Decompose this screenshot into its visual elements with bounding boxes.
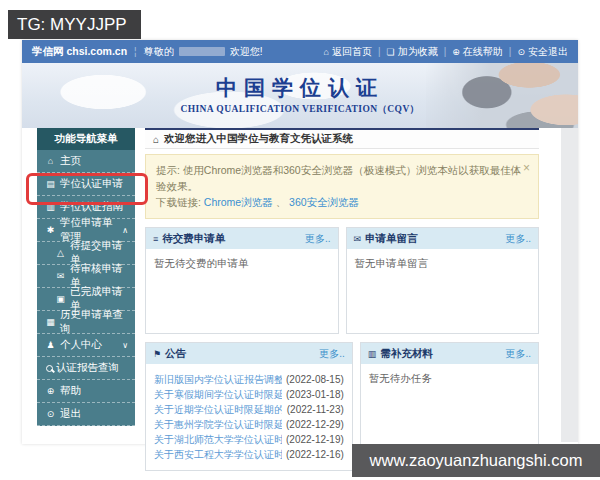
sidebar-item-label: 认证报告查询	[56, 361, 119, 375]
panel-title: ⚑ 公告	[153, 347, 186, 361]
panel-title-text: 公告	[165, 347, 186, 361]
person-icon: ♟	[44, 340, 57, 350]
panel-body: 暂无申请单留言	[347, 249, 539, 333]
sidebar-item-history-query[interactable]: ▦ 历史申请单查询	[37, 311, 135, 334]
topbar-divider: ¦	[134, 46, 137, 57]
empty-message: 暂无待交费的申请单	[154, 257, 249, 269]
announcement-row: 关于西安工程大学学位认证时限延 (2022-12-16)	[154, 447, 344, 462]
announcement-row: 新旧版国内学位认证报告调整说明 (2022-08-15)	[154, 372, 344, 387]
notice-label: 提示:	[156, 164, 180, 176]
announcement-row: 关于惠州学院学位认证时限延期的 (2022-12-29)	[154, 417, 344, 432]
more-link[interactable]: 更多..	[305, 232, 331, 246]
more-link[interactable]: 更多..	[505, 232, 531, 246]
home-icon: ⌂	[44, 156, 57, 166]
home-link[interactable]: ⌂ 返回首页	[324, 45, 372, 59]
home-icon: ⌂	[153, 134, 159, 145]
panel-pending-payment: ≡ 待交费申请单 更多.. 暂无待交费的申请单	[145, 227, 339, 334]
list-icon: ≡	[153, 234, 158, 244]
site-logo[interactable]: 学信网 chsi.com.cn	[32, 45, 127, 59]
archive-icon: ▦	[44, 317, 57, 327]
close-icon[interactable]: ×	[523, 160, 530, 176]
warning-triangle-icon: △	[54, 248, 67, 258]
banner-titles: 中国学位认证 CHINA QUALIFICATION VERIFICATION（…	[22, 63, 578, 116]
topbar-separator: |	[509, 46, 512, 57]
announcement-link[interactable]: 关于寒假期间学位认证时限延期的	[154, 387, 282, 402]
materials-icon: ▥	[368, 349, 377, 359]
tg-watermark: TG: MYYJJPP	[8, 10, 141, 39]
browser-notice: × 提示: 使用Chrome浏览器和360安全浏览器（极速模式）浏览本站以获取最…	[145, 154, 539, 219]
announcement-row: 关于近期学位认证时限延期的公告 (2022-11-23)	[154, 402, 344, 417]
sidebar-item-personal-center[interactable]: ♟ 个人中心 ∨	[37, 334, 135, 357]
announcement-link[interactable]: 关于近期学位认证时限延期的公告	[154, 402, 282, 417]
topbar-separator: |	[378, 46, 381, 57]
logout-link-label: 安全退出	[528, 45, 568, 59]
help-icon: ⊕	[44, 386, 57, 396]
site-watermark: www.zaoyuanzhuangshi.com	[352, 444, 600, 477]
announcement-date: (2022-12-29)	[286, 417, 344, 432]
sidebar-item-label: 主页	[60, 154, 81, 168]
main-content: ⌂ 欢迎您进入中国学位与教育文凭认证系统 × 提示: 使用Chrome浏览器和3…	[145, 128, 539, 471]
panel-title-text: 申请单留言	[365, 232, 418, 246]
panel-header: ≡ 待交费申请单 更多..	[146, 228, 338, 249]
more-link[interactable]: 更多..	[505, 347, 531, 361]
header-banner: 中国学位认证 CHINA QUALIFICATION VERIFICATION（…	[22, 63, 578, 128]
home-icon: ⌂	[324, 47, 329, 57]
sidebar-item-report-query[interactable]: 认证报告查询	[37, 357, 135, 380]
sidebar-item-home[interactable]: ⌂ 主页	[37, 150, 135, 173]
announcement-date: (2022-08-15)	[286, 372, 344, 387]
topbar-links: ⌂ 返回首页 | ❏ 加为收藏 | ⊕ 在线帮助 | ⊙ 安全退出	[324, 45, 568, 59]
site-subtitle: CHINA QUALIFICATION VERIFICATION（CQV）	[22, 103, 578, 116]
announcement-row: 关于湖北师范大学学位认证时限延 (2022-12-19)	[154, 432, 344, 447]
logout-link[interactable]: ⊙ 安全退出	[517, 45, 568, 59]
empty-message: 暂无申请单留言	[355, 257, 429, 269]
announcement-icon: ⚑	[153, 349, 161, 359]
chevron-down-icon: ∨	[122, 341, 128, 350]
topbar-separator: |	[444, 46, 447, 57]
announcement-row: 关于寒假期间学位认证时限延期的 (2023-01-18)	[154, 387, 344, 402]
power-icon: ⊙	[517, 47, 525, 57]
browser360-download-link[interactable]: 360安全浏览器	[289, 196, 359, 208]
empty-message: 暂无待办任务	[369, 372, 432, 384]
panel-row-1: ≡ 待交费申请单 更多.. 暂无待交费的申请单 ✉ 申请单留言 更多..	[145, 227, 539, 334]
sidebar-item-help[interactable]: ⊕ 帮助	[37, 380, 135, 403]
panel-header: ⚑ 公告 更多..	[146, 343, 352, 364]
welcome-bar: ⌂ 欢迎您进入中国学位与教育文凭认证系统	[145, 128, 539, 149]
panel-messages: ✉ 申请单留言 更多.. 暂无申请单留言	[346, 227, 540, 334]
notice-line1: 提示: 使用Chrome浏览器和360安全浏览器（极速模式）浏览本站以获取最佳体…	[156, 162, 528, 194]
announcement-link[interactable]: 关于湖北师范大学学位认证时限延	[154, 432, 282, 447]
highlight-box-degree-apply	[26, 173, 148, 205]
welcome-text: 欢迎您进入中国学位与教育文凭认证系统	[164, 132, 353, 146]
announcement-date: (2023-01-18)	[286, 387, 344, 402]
greeting-suffix: 欢迎您!	[230, 45, 263, 59]
bookmark-link-label: 加为收藏	[398, 45, 438, 59]
bookmark-link[interactable]: ❏ 加为收藏	[387, 45, 438, 59]
chevron-up-icon: ∧	[122, 226, 128, 235]
announcement-link[interactable]: 新旧版国内学位认证报告调整说明	[154, 372, 282, 387]
page-edge-strip	[561, 128, 578, 442]
help-link[interactable]: ⊕ 在线帮助	[452, 45, 503, 59]
sidebar-header: 功能导航菜单	[37, 128, 135, 150]
sidebar-item-label: 帮助	[60, 384, 81, 398]
more-link[interactable]: 更多..	[319, 347, 345, 361]
panel-title-text: 需补充材料	[380, 347, 433, 361]
browser-page: 学信网 chsi.com.cn ¦ 尊敬的 欢迎您! ⌂ 返回首页 | ❏ 加为…	[22, 40, 578, 444]
panel-title-text: 待交费申请单	[162, 232, 225, 246]
printer-icon: ▣	[54, 294, 67, 304]
panel-title: ≡ 待交费申请单	[153, 232, 225, 246]
sidebar-item-label: 退出	[60, 407, 81, 421]
announcement-link[interactable]: 关于惠州学院学位认证时限延期的	[154, 417, 282, 432]
announcement-list: 新旧版国内学位认证报告调整说明 (2022-08-15) 关于寒假期间学位认证时…	[146, 364, 352, 470]
help-icon: ⊕	[452, 47, 460, 57]
bookmark-icon: ❏	[387, 47, 395, 57]
announcement-date: (2022-12-16)	[286, 447, 344, 462]
sidebar-item-label: 历史申请单查询	[60, 308, 128, 336]
chrome-download-link[interactable]: Chrome浏览器	[204, 196, 273, 208]
greeting-prefix: 尊敬的	[144, 45, 174, 59]
panel-title: ▥ 需补充材料	[368, 347, 433, 361]
envelope-icon: ✉	[54, 271, 67, 281]
panel-body: 暂无待交费的申请单	[146, 249, 338, 333]
sidebar-item-logout[interactable]: ⊙ 退出	[37, 403, 135, 426]
notice-line2: 下载链接: Chrome浏览器 、 360安全浏览器	[156, 194, 528, 210]
message-icon: ✉	[354, 234, 362, 244]
announcement-link[interactable]: 关于西安工程大学学位认证时限延	[154, 447, 282, 462]
